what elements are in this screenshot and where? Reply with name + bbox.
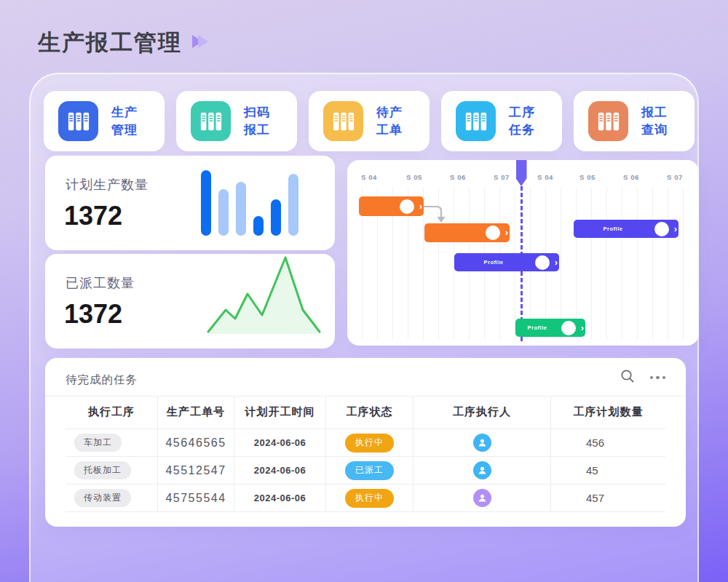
gantt-gridline <box>683 188 684 340</box>
table-header-cell: 执行工序 <box>66 396 158 428</box>
stat-value: 1372 <box>64 201 122 231</box>
cell-order-no: 45755544 <box>158 485 234 511</box>
avatar <box>654 222 669 236</box>
user-icon <box>473 489 491 507</box>
status-badge: 执行中 <box>345 489 394 508</box>
books-icon <box>58 101 98 141</box>
table-header-cell: 计划开工时间 <box>234 396 326 428</box>
mini-line-chart <box>207 254 323 338</box>
cell-status: 执行中 <box>326 485 414 511</box>
gantt-time-label: S 05 <box>579 173 596 181</box>
table-row[interactable]: 车加工456465652024-06-06执行中456 <box>66 429 665 457</box>
gantt-gridline <box>591 188 592 340</box>
books-icon <box>191 101 231 141</box>
gantt-gridline <box>622 188 622 340</box>
table-header-cell: 生产工单号 <box>158 396 234 428</box>
nav-card-label: 报工查询 <box>641 104 668 139</box>
avatar <box>400 199 414 214</box>
cell-order-no: 45646565 <box>158 429 234 456</box>
gantt-time-label: S 04 <box>537 173 553 181</box>
cell-order-no: 45512547 <box>158 457 234 484</box>
nav-card-label: 待产工单 <box>376 104 403 139</box>
cell-process: 传动装置 <box>66 485 158 511</box>
gantt-gridline <box>576 188 577 340</box>
tasks-toolbar <box>620 368 669 387</box>
cell-status: 执行中 <box>326 429 414 456</box>
cell-executor <box>414 429 551 456</box>
nav-card-report-query[interactable]: 报工查询 <box>574 91 695 151</box>
table-row[interactable]: 传动装置457555442024-06-06执行中457 <box>66 485 665 512</box>
gantt-time-label: S 06 <box>623 173 639 181</box>
cell-qty: 45 <box>551 457 665 484</box>
process-badge: 托板加工 <box>74 461 131 479</box>
gantt-gridline <box>652 188 653 340</box>
chevron-right-icon: › <box>419 201 422 210</box>
table-header-cell: 工序执行人 <box>414 396 551 428</box>
chart-bar <box>236 182 246 236</box>
mini-bar-chart <box>201 169 298 236</box>
chevron-right-icon: › <box>581 322 584 332</box>
cell-process: 车加工 <box>66 429 158 456</box>
cell-executor <box>414 457 551 484</box>
gantt-time-label: S 07 <box>667 173 683 181</box>
nav-card-process-tasks[interactable]: 工序任务 <box>441 91 562 151</box>
table-row[interactable]: 托板加工455125472024-06-06已派工45 <box>66 457 665 485</box>
tasks-table: 执行工序生产工单号计划开工时间工序状态工序执行人工序计划数量车加工4564656… <box>66 396 665 512</box>
cell-process: 托板加工 <box>66 457 158 484</box>
table-header-cell: 工序计划数量 <box>551 396 665 428</box>
tasks-title: 待完成的任务 <box>66 372 138 388</box>
books-icon <box>588 101 628 141</box>
search-icon[interactable] <box>620 368 636 387</box>
books-icon <box>323 101 363 141</box>
stat-label: 计划生产数量 <box>66 176 149 194</box>
cell-status: 已派工 <box>326 457 414 484</box>
gantt-bar[interactable]: › <box>424 223 510 242</box>
gantt-gridline <box>637 188 638 340</box>
stat-label: 已派工数量 <box>66 274 135 292</box>
gantt-bar-label: Profile <box>515 324 559 331</box>
gantt-bar[interactable]: Profile› <box>454 253 559 271</box>
process-badge: 传动装置 <box>74 489 131 507</box>
stat-value: 1372 <box>64 299 122 330</box>
cell-executor <box>414 485 551 511</box>
chart-bar <box>218 189 229 236</box>
user-icon <box>473 434 491 452</box>
chevron-right-icon: › <box>505 228 508 237</box>
tasks-card: 待完成的任务 执行工序生产工单号计划开工时间工序状态工序执行人工序计划数量车加工… <box>45 358 686 527</box>
gantt-bar[interactable]: › <box>359 196 424 216</box>
nav-card-pending-orders[interactable]: 待产工单 <box>309 91 430 151</box>
chart-bar <box>201 170 211 236</box>
gantt-today-marker[interactable] <box>516 160 527 186</box>
cell-start-date: 2024-06-06 <box>234 429 326 456</box>
cell-qty: 456 <box>551 429 665 456</box>
page-header: 生产报工管理 <box>38 28 208 58</box>
status-badge: 已派工 <box>345 461 394 480</box>
chart-bar <box>253 216 264 236</box>
cell-start-date: 2024-06-06 <box>234 457 326 484</box>
nav-card-production-manage[interactable]: 生产管理 <box>44 91 165 151</box>
gantt-gridline <box>561 188 561 340</box>
table-header-cell: 工序状态 <box>326 396 414 428</box>
nav-card-scan-report[interactable]: 扫码报工 <box>176 91 297 151</box>
avatar <box>561 321 576 335</box>
more-options-icon[interactable] <box>647 373 669 383</box>
chart-bar <box>288 174 298 236</box>
nav-card-label: 工序任务 <box>509 104 535 139</box>
cell-qty: 457 <box>551 485 665 511</box>
gantt-time-label: S 05 <box>406 173 422 181</box>
gantt-bar-label: Profile <box>454 259 533 266</box>
user-icon <box>473 461 491 479</box>
gantt-time-label: S 06 <box>450 173 466 181</box>
gantt-bar[interactable]: Profile› <box>515 319 585 337</box>
avatar <box>486 226 500 240</box>
page-title: 生产报工管理 <box>38 28 182 58</box>
production-report-page: { "page": { "title": "生产报工管理" }, "nav": … <box>0 0 728 582</box>
nav-card-label: 生产管理 <box>111 104 138 139</box>
cell-start-date: 2024-06-06 <box>234 485 326 511</box>
chart-bar <box>271 199 281 236</box>
gantt-gridline <box>606 188 607 340</box>
status-badge: 执行中 <box>345 434 394 453</box>
gantt-time-label: S 07 <box>494 173 510 181</box>
double-arrow-icon <box>192 35 208 51</box>
gantt-bar[interactable]: Profile› <box>574 220 678 238</box>
